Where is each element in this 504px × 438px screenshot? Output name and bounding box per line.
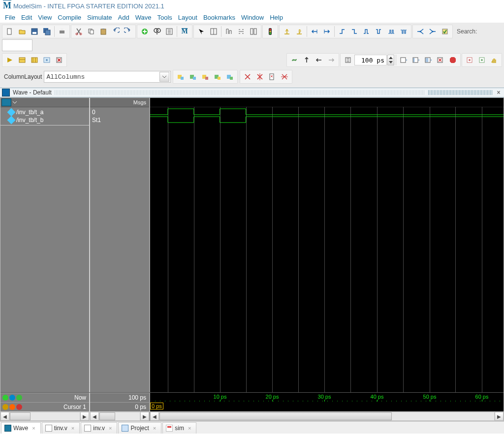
open-icon[interactable] (16, 26, 28, 37)
paste-icon[interactable] (97, 26, 109, 37)
color-4-icon[interactable] (212, 71, 223, 83)
run-3-icon[interactable] (422, 54, 434, 66)
run-icon[interactable] (264, 26, 276, 37)
pulse-2-icon[interactable] (398, 26, 410, 37)
divider-handle[interactable] (0, 125, 89, 125)
new-icon[interactable] (4, 26, 16, 37)
scroll-right-icon[interactable]: ▶ (80, 412, 89, 421)
spinner-icon[interactable] (387, 55, 394, 65)
menu-help[interactable]: Help (270, 14, 283, 21)
abort-icon[interactable] (53, 54, 65, 66)
signal-row[interactable]: /inv_tb/t_b (0, 116, 89, 124)
tab-close-icon[interactable]: × (30, 425, 35, 431)
tab-close-icon[interactable]: × (186, 425, 191, 431)
scroll-right-icon[interactable]: ▶ (140, 412, 149, 421)
search-input[interactable] (2, 39, 32, 51)
menu-bookmarks[interactable]: Bookmarks (203, 14, 235, 21)
tab-wave[interactable]: Wave× (1, 422, 41, 434)
now-row-icons[interactable] (0, 395, 22, 401)
chevron-down-icon[interactable] (159, 72, 169, 82)
scroll-left-icon[interactable]: ◀ (90, 412, 99, 421)
wave-ruler[interactable]: 10 ps20 ps30 ps40 ps50 ps60 ps 0 ps (150, 393, 504, 411)
signal-row[interactable]: /inv_tb/t_a (0, 108, 89, 116)
waveform-canvas[interactable] (150, 98, 504, 392)
color-1-icon[interactable] (175, 71, 187, 83)
arrow-icon[interactable] (195, 26, 207, 37)
cursor-a-icon[interactable] (281, 26, 293, 37)
app-m-icon[interactable]: M (179, 26, 190, 37)
signal-hscroll[interactable]: ◀ ▶ (0, 412, 90, 421)
copy-icon[interactable] (85, 26, 97, 37)
value-hscroll[interactable]: ◀ ▶ (90, 412, 150, 421)
menu-window[interactable]: Window (241, 14, 264, 21)
hand-icon[interactable] (488, 54, 500, 66)
any-edge-1-icon[interactable] (361, 26, 373, 37)
x-2-icon[interactable] (254, 71, 266, 83)
x-3-icon[interactable] (279, 71, 290, 83)
save-icon[interactable] (29, 26, 40, 37)
redo-icon[interactable] (122, 26, 134, 37)
pane-drag-handle[interactable] (428, 90, 492, 95)
save-all-icon[interactable] (41, 26, 53, 37)
break-icon[interactable] (435, 54, 446, 66)
apply-icon[interactable] (439, 26, 451, 37)
menu-compile[interactable]: Compile (58, 14, 81, 21)
run-2-icon[interactable] (410, 54, 422, 66)
menu-view[interactable]: View (38, 14, 52, 21)
tab-project[interactable]: Project× (118, 422, 161, 434)
collapse-icon[interactable] (163, 26, 175, 37)
compile-icon[interactable] (4, 54, 16, 66)
menu-wave[interactable]: Wave (135, 14, 152, 21)
tab-close-icon[interactable]: × (107, 425, 112, 431)
cursor-row-icons[interactable] (0, 404, 22, 410)
layout2-icon[interactable] (223, 26, 235, 37)
undo-icon[interactable] (110, 26, 122, 37)
step-icon[interactable] (342, 54, 354, 66)
x-doc-icon[interactable] (266, 71, 278, 83)
scroll-left-icon[interactable]: ◀ (150, 412, 159, 421)
tab-tinv-v[interactable]: tinv.v× (42, 422, 80, 434)
menu-layout[interactable]: Layout (178, 14, 197, 21)
add-icon[interactable] (139, 26, 151, 37)
forward-icon[interactable] (325, 54, 337, 66)
color-5-icon[interactable] (224, 71, 236, 83)
wave-hscroll[interactable]: ◀ ▶ (150, 412, 504, 421)
run-1-icon[interactable] (398, 54, 410, 66)
back-icon[interactable] (313, 54, 325, 66)
menu-simulate[interactable]: Simulate (87, 14, 112, 21)
x-1-icon[interactable] (242, 71, 253, 83)
layout4-icon[interactable] (248, 26, 259, 37)
diverge-left-icon[interactable] (427, 26, 439, 37)
menu-edit[interactable]: Edit (21, 14, 32, 21)
color-2-icon[interactable] (187, 71, 199, 83)
menu-tools[interactable]: Tools (157, 14, 172, 21)
layout3-icon[interactable] (235, 26, 247, 37)
config1-icon[interactable] (16, 54, 28, 66)
menu-file[interactable]: File (5, 14, 15, 21)
tab-inv-v[interactable]: inv.v× (81, 422, 117, 434)
color-3-icon[interactable] (199, 71, 211, 83)
rising-edge-icon[interactable] (336, 26, 348, 37)
cut-icon[interactable] (73, 26, 85, 37)
layout1-icon[interactable] (208, 26, 220, 37)
next-edge-icon[interactable] (321, 26, 333, 37)
config2-icon[interactable] (29, 54, 40, 66)
cursor-b-icon[interactable] (293, 26, 305, 37)
columnlayout-combo[interactable]: AllColumns (44, 71, 171, 83)
cursor-tag[interactable]: 0 ps (150, 403, 163, 409)
signal-name-column[interactable]: /inv_tb/t_a/inv_tb/t_b (0, 98, 90, 392)
scroll-right-icon[interactable]: ▶ (495, 412, 504, 421)
run-length-input[interactable] (354, 55, 387, 65)
scroll-left-icon[interactable]: ◀ (0, 412, 9, 421)
stop-icon[interactable] (447, 54, 459, 66)
misc-2-icon[interactable] (476, 54, 488, 66)
diverge-right-icon[interactable] (414, 26, 426, 37)
tab-sim[interactable]: sim× (162, 422, 196, 434)
falling-edge-icon[interactable] (348, 26, 360, 37)
pane-close-icon[interactable]: × (495, 89, 502, 96)
signal-value-column[interactable]: Msgs 0St1 (90, 98, 150, 392)
pulse-1-icon[interactable] (385, 26, 397, 37)
config3-icon[interactable] (41, 54, 53, 66)
menu-add[interactable]: Add (118, 14, 129, 21)
any-edge-2-icon[interactable] (373, 26, 385, 37)
